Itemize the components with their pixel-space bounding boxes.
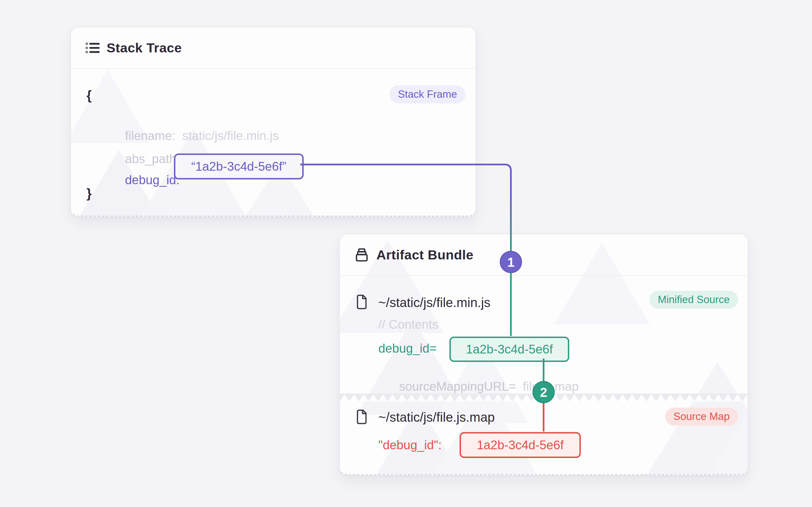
stack-trace-header: Stack Trace — [71, 27, 476, 69]
artifact-bundle-title: Artifact Bundle — [376, 247, 473, 263]
bundle-debug-id-value-box: 1a2b-3c4d-5e6f — [449, 337, 569, 362]
bundle-debug-id-key: debug_id= — [378, 341, 437, 355]
stack-frame-badge: Stack Frame — [389, 86, 465, 103]
source-mapping-key: sourceMappingURL= — [399, 379, 516, 393]
stack-trace-title: Stack Trace — [107, 40, 182, 55]
map-debug-id-value-box: 1a2b-3c4d-5e6f — [460, 432, 581, 458]
list-icon — [85, 40, 100, 55]
source-mapping-value: file.js.map — [523, 379, 578, 393]
stack-trace-card: Stack Trace { Stack Frame filename: stat… — [70, 27, 476, 217]
torn-edge-divider — [340, 393, 748, 401]
minified-source-badge: Minified Source — [649, 291, 738, 309]
debug-id-key: debug_id: — [125, 173, 179, 187]
close-brace: } — [87, 186, 92, 201]
map-debug-id-key: "debug_id": — [378, 438, 442, 452]
archive-icon — [354, 247, 370, 263]
source-map-path: ~/static/js/file.js.map — [378, 409, 495, 425]
minified-source-path: ~/static/js/file.min.js — [378, 295, 491, 310]
artifact-bundle-header: Artifact Bundle — [340, 234, 748, 276]
open-brace: { — [87, 88, 92, 103]
file-icon — [354, 409, 369, 425]
debug-id-row: debug_id: — [104, 159, 180, 201]
debug-id-diagram: Stack Trace { Stack Frame filename: stat… — [0, 0, 812, 507]
file-icon — [354, 294, 369, 310]
artifact-bundle-card: Artifact Bundle ~/static/js/file.min.js … — [339, 234, 748, 475]
source-map-badge: Source Map — [665, 407, 739, 426]
contents-comment: // Contents — [378, 318, 439, 332]
debug-id-value-box: “1a2b-3c4d-5e6f” — [174, 154, 304, 179]
